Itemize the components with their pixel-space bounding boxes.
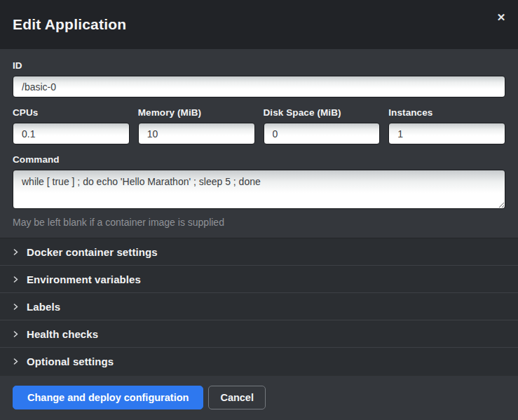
section-label: Labels (27, 301, 60, 313)
close-icon[interactable]: ✕ (494, 11, 508, 25)
section-docker-container-settings[interactable]: Docker container settings (0, 238, 518, 266)
disk-input[interactable] (264, 123, 381, 144)
chevron-right-icon (13, 249, 19, 255)
resources-row: CPUs Memory (MiB) Disk Space (MiB) Insta… (13, 107, 505, 144)
memory-label: Memory (MiB) (138, 107, 255, 118)
memory-input[interactable] (138, 123, 255, 144)
instances-field-group: Instances (388, 107, 505, 144)
section-health-checks[interactable]: Health checks (0, 320, 518, 348)
modal-footer: Change and deploy configuration Cancel (0, 375, 518, 420)
section-label: Health checks (27, 328, 98, 340)
id-field-group: ID (13, 60, 505, 97)
accordion-sections: Docker container settings Environment va… (0, 238, 518, 375)
instances-input[interactable] (388, 123, 505, 144)
instances-label: Instances (388, 107, 505, 118)
application-form: ID CPUs Memory (MiB) Disk Space (MiB) In… (0, 49, 518, 238)
section-optional-settings[interactable]: Optional settings (0, 348, 518, 375)
command-field-group: Command while [ true ] ; do echo 'Hello … (13, 154, 505, 228)
cpus-input[interactable] (13, 123, 130, 144)
id-input[interactable] (13, 76, 505, 97)
section-label: Optional settings (27, 355, 114, 367)
id-label: ID (13, 60, 505, 71)
section-environment-variables[interactable]: Environment variables (0, 266, 518, 293)
memory-field-group: Memory (MiB) (138, 107, 255, 144)
command-help-text: May be left blank if a container image i… (13, 217, 505, 228)
chevron-right-icon (13, 358, 19, 365)
cpus-field-group: CPUs (13, 107, 130, 144)
edit-application-modal: Edit Application ✕ ID CPUs Memory (MiB) … (0, 0, 518, 420)
change-and-deploy-button[interactable]: Change and deploy configuration (13, 386, 203, 409)
disk-label: Disk Space (MiB) (264, 107, 381, 118)
cpus-label: CPUs (13, 107, 130, 118)
section-label: Docker container settings (27, 246, 158, 258)
section-labels[interactable]: Labels (0, 293, 518, 320)
command-label: Command (13, 154, 505, 165)
disk-field-group: Disk Space (MiB) (264, 107, 381, 144)
modal-title: Edit Application (13, 16, 126, 33)
command-textarea[interactable]: while [ true ] ; do echo 'Hello Marathon… (13, 170, 505, 209)
section-label: Environment variables (27, 273, 141, 285)
cancel-button[interactable]: Cancel (208, 386, 266, 409)
chevron-right-icon (13, 331, 19, 337)
chevron-right-icon (13, 304, 19, 310)
chevron-right-icon (13, 276, 19, 283)
modal-header: Edit Application ✕ (0, 0, 518, 49)
